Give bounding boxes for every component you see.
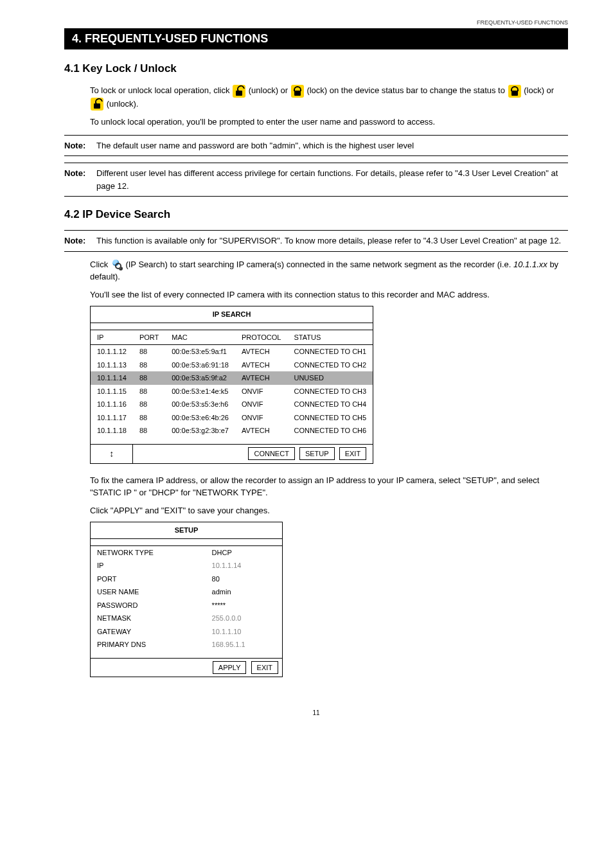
- cell-mac: 00:0e:53:a5:9f:a2: [165, 371, 235, 385]
- cell-mac: 00:0e:53:e1:4e:k5: [165, 385, 235, 398]
- connect-button[interactable]: CONNECT: [248, 447, 294, 461]
- cell-ip: 10.1.1.12: [91, 345, 133, 359]
- text: Click: [90, 260, 111, 269]
- cell-port: 88: [133, 371, 165, 385]
- setup-value: 80: [206, 572, 283, 586]
- setup-label: PORT: [91, 572, 206, 586]
- text: (lock) on the device status bar to chang…: [306, 85, 507, 95]
- note-label: Note:: [64, 167, 96, 192]
- cell-protocol: AVTECH: [235, 424, 288, 438]
- ip-search-title: IP SEARCH: [91, 306, 373, 323]
- setup-row: IP10.1.1.14: [91, 559, 283, 572]
- setup-value: 10.1.1.10: [206, 625, 283, 639]
- setup-value: DHCP: [206, 545, 283, 559]
- cell-status: CONNECTED TO CH1: [287, 345, 373, 359]
- cell-status: CONNECTED TO CH5: [287, 411, 373, 425]
- cell-ip: 10.1.1.18: [91, 424, 133, 438]
- setup-label: NETMASK: [91, 612, 206, 625]
- cell-port: 88: [133, 411, 165, 425]
- col-protocol: PROTOCOL: [235, 330, 288, 345]
- cell-ip: 10.1.1.16: [91, 398, 133, 411]
- cell-port: 88: [133, 398, 165, 411]
- swap-icon: ↕: [109, 447, 114, 461]
- ip-search-icon: [111, 259, 123, 270]
- cell-protocol: AVTECH: [235, 359, 288, 372]
- cell-status: UNUSED: [287, 371, 373, 385]
- cell-mac: 00:0e:53:e5:9a:f1: [165, 345, 235, 359]
- cell-status: CONNECTED TO CH4: [287, 398, 373, 411]
- setup-value: 10.1.1.14: [206, 559, 283, 572]
- cell-status: CONNECTED TO CH3: [287, 385, 373, 398]
- cell-status: CONNECTED TO CH6: [287, 424, 373, 438]
- cell-port: 88: [133, 359, 165, 372]
- table-row[interactable]: 10.1.1.188800:0e:53:g2:3b:e7AVTECHCONNEC…: [91, 424, 373, 438]
- setup-row: PORT80: [91, 572, 283, 586]
- cell-ip: 10.1.1.17: [91, 411, 133, 425]
- section-4-2-para4: Click "APPLY" and "EXIT" to save your ch…: [90, 504, 568, 517]
- section-4-2-para2: You'll see the list of every connected I…: [90, 288, 568, 301]
- setup-label: GATEWAY: [91, 625, 206, 639]
- cell-ip: 10.1.1.13: [91, 359, 133, 372]
- cell-protocol: ONVIF: [235, 398, 288, 411]
- cell-port: 88: [133, 385, 165, 398]
- note-block-3: Note: This function is available only fo…: [64, 230, 568, 252]
- cell-port: 88: [133, 345, 165, 359]
- setup-row: USER NAMEadmin: [91, 585, 283, 599]
- table-row[interactable]: 10.1.1.168800:0e:53:s5:3e:h6ONVIFCONNECT…: [91, 398, 373, 411]
- unlock-icon: [233, 85, 245, 98]
- table-row[interactable]: 10.1.1.148800:0e:53:a5:9f:a2AVTECHUNUSED: [91, 371, 373, 385]
- exit-button[interactable]: EXIT: [339, 447, 366, 461]
- lock-icon: [508, 85, 521, 98]
- setup-row: GATEWAY10.1.1.10: [91, 625, 283, 639]
- setup-row: PRIMARY DNS168.95.1.1: [91, 638, 283, 651]
- cell-mac: 00:0e:53:a6:91:18: [165, 359, 235, 372]
- setup-title: SETUP: [91, 522, 283, 539]
- col-mac: MAC: [165, 330, 235, 345]
- cell-mac: 00:0e:53:e6:4b:26: [165, 411, 235, 425]
- col-ip: IP: [91, 330, 133, 345]
- note-block-2: Note: Different user level has different…: [64, 163, 568, 197]
- setup-label: IP: [91, 559, 206, 572]
- setup-label: PRIMARY DNS: [91, 638, 206, 651]
- setup-label: USER NAME: [91, 585, 206, 599]
- note-content: Different user level has different acces…: [96, 167, 568, 192]
- note-content: The default user name and password are b…: [96, 139, 568, 152]
- col-port: PORT: [133, 330, 165, 345]
- text: (unlock) or: [249, 85, 290, 95]
- table-row[interactable]: 10.1.1.158800:0e:53:e1:4e:k5ONVIFCONNECT…: [91, 385, 373, 398]
- note-label: Note:: [64, 139, 96, 152]
- text: (lock) or: [524, 85, 554, 95]
- ip-search-table: IP SEARCH IP PORT MAC PROTOCOL STATUS 10…: [90, 306, 373, 464]
- table-row[interactable]: 10.1.1.128800:0e:53:e5:9a:f1AVTECHCONNEC…: [91, 345, 373, 359]
- chapter-title-bar: 4. FREQUENTLY-USED FUNCTIONS: [64, 28, 568, 49]
- section-4-1-heading: 4.1 Key Lock / Unlock: [64, 62, 568, 75]
- text: (unlock).: [107, 99, 139, 109]
- note-block-1: Note: The default user name and password…: [64, 135, 568, 157]
- setup-label: PASSWORD: [91, 599, 206, 612]
- cell-mac: 00:0e:53:s5:3e:h6: [165, 398, 235, 411]
- table-row[interactable]: 10.1.1.178800:0e:53:e6:4b:26ONVIFCONNECT…: [91, 411, 373, 425]
- table-row[interactable]: 10.1.1.138800:0e:53:a6:91:18AVTECHCONNEC…: [91, 359, 373, 372]
- exit-button[interactable]: EXIT: [251, 661, 278, 675]
- section-4-1-para2: To unlock local operation, you'll be pro…: [90, 116, 568, 128]
- cell-status: CONNECTED TO CH2: [287, 359, 373, 372]
- apply-button[interactable]: APPLY: [213, 661, 247, 675]
- section-4-1-para1: To lock or unlock local operation, click…: [90, 84, 568, 111]
- setup-button[interactable]: SETUP: [299, 447, 335, 461]
- swap-icon-cell[interactable]: ↕: [91, 444, 133, 463]
- setup-table: SETUP NETWORK TYPEDHCPIP10.1.1.14PORT80U…: [90, 522, 283, 677]
- note-label: Note:: [64, 235, 96, 247]
- text-italic: 10.1.1.xx: [513, 260, 547, 269]
- running-head: FREQUENTLY-USED FUNCTIONS: [64, 19, 568, 26]
- cell-ip: 10.1.1.15: [91, 385, 133, 398]
- setup-value: 255.0.0.0: [206, 612, 283, 625]
- section-4-2-para1: Click (IP Search) to start searching IP …: [90, 258, 568, 283]
- text: To lock or unlock local operation, click: [90, 85, 232, 95]
- setup-value: *****: [206, 599, 283, 612]
- unlock-icon: [91, 98, 103, 111]
- setup-row: NETWORK TYPEDHCP: [91, 545, 283, 559]
- cell-protocol: AVTECH: [235, 371, 288, 385]
- text: (IP Search) to start searching IP camera…: [125, 260, 513, 269]
- setup-label: NETWORK TYPE: [91, 545, 206, 559]
- section-4-2-heading: 4.2 IP Device Search: [64, 208, 568, 221]
